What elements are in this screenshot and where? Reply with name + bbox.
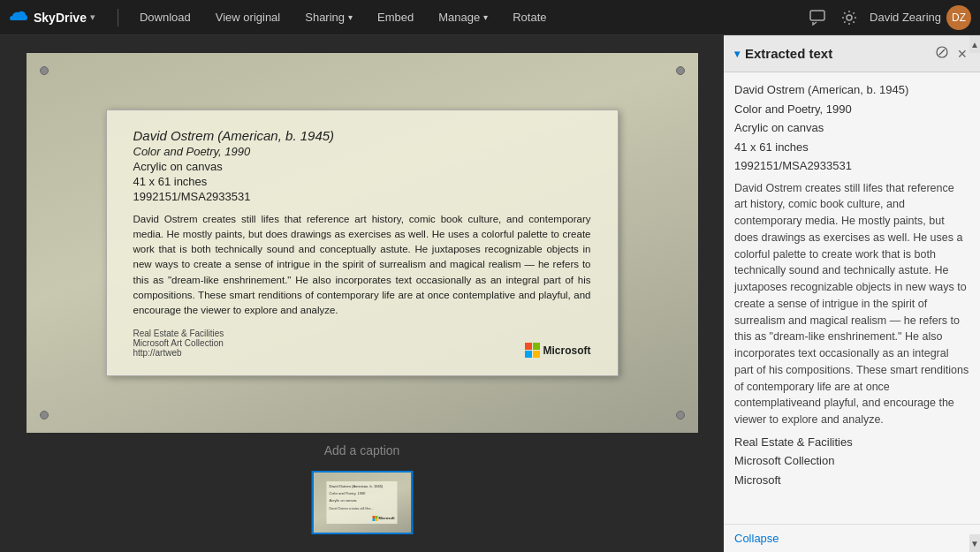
extracted-long-text: David Ostrem creates still lifes that re… bbox=[734, 180, 969, 428]
screw-tr bbox=[676, 66, 685, 75]
art-image-bg: David Ostrem (American, b. 1945) Color a… bbox=[27, 53, 698, 433]
svg-line-3 bbox=[939, 49, 945, 55]
extracted-footer-2: Microsoft Collection bbox=[734, 452, 969, 470]
sharing-caret-icon: ▾ bbox=[348, 12, 353, 22]
manage-caret-icon: ▾ bbox=[483, 12, 488, 22]
avatar: DZ bbox=[946, 5, 971, 30]
thumbnail-bg: David Ostrem (American, b. 1945) Color a… bbox=[313, 473, 411, 533]
extracted-line-1: David Ostrem (American, b. 1945) bbox=[734, 81, 969, 99]
extracted-footer-3: Microsoft bbox=[734, 472, 969, 489]
thumbnail-placard-mini: David Ostrem (American, b. 1945) Color a… bbox=[327, 481, 398, 524]
placard-footer-left: Real Estate & Facilities Microsoft Art C… bbox=[133, 329, 224, 358]
panel-header: ▾ Extracted text ✕ bbox=[724, 35, 980, 72]
extracted-line-3: Acrylic on canvas bbox=[734, 119, 969, 137]
nav-download[interactable]: Download bbox=[127, 0, 203, 35]
topbar: SkyDrive ▾ Download View original Sharin… bbox=[0, 0, 980, 35]
topbar-right: David Zearing DZ bbox=[806, 5, 971, 30]
screw-br bbox=[676, 411, 685, 420]
extracted-line-2: Color and Poetry, 1990 bbox=[734, 101, 969, 118]
placard-line3: Acrylic on canvas bbox=[133, 160, 591, 173]
caption-input[interactable]: Add a caption bbox=[324, 443, 400, 457]
placard-footer: Real Estate & Facilities Microsoft Art C… bbox=[133, 329, 591, 358]
ms-squares-icon bbox=[525, 343, 540, 358]
main-image[interactable]: David Ostrem (American, b. 1945) Color a… bbox=[27, 53, 698, 433]
nav-manage[interactable]: Manage ▾ bbox=[426, 0, 500, 35]
panel-title-caret-icon[interactable]: ▾ bbox=[734, 48, 740, 60]
nav-embed[interactable]: Embed bbox=[365, 0, 426, 35]
thumbnail-item[interactable]: David Ostrem (American, b. 1945) Color a… bbox=[311, 471, 413, 534]
extracted-line-4: 41 x 61 inches bbox=[734, 139, 969, 156]
nav-sharing[interactable]: Sharing ▾ bbox=[292, 0, 365, 35]
topbar-nav: Download View original Sharing ▾ Embed M… bbox=[127, 0, 559, 35]
placard-line2: Color and Poetry, 1990 bbox=[133, 145, 591, 158]
svg-point-1 bbox=[847, 15, 852, 20]
placard-body: David Ostrem creates still lifes that re… bbox=[133, 212, 591, 319]
panel-scroll-down[interactable]: ▼ bbox=[969, 534, 980, 552]
main-content: David Ostrem (American, b. 1945) Color a… bbox=[0, 35, 980, 552]
app-logo[interactable]: SkyDrive ▾ bbox=[9, 8, 95, 27]
panel-scroll-up[interactable]: ▲ bbox=[969, 35, 980, 53]
placard: David Ostrem (American, b. 1945) Color a… bbox=[106, 110, 619, 377]
placard-line1: David Ostrem (American, b. 1945) bbox=[133, 128, 591, 143]
topbar-divider bbox=[118, 9, 118, 26]
skydrive-icon bbox=[9, 8, 28, 27]
image-area: David Ostrem (American, b. 1945) Color a… bbox=[0, 35, 724, 552]
panel-close-icon[interactable]: ✕ bbox=[955, 45, 969, 63]
screw-bl bbox=[40, 411, 49, 420]
microsoft-logo: Microsoft bbox=[525, 343, 591, 358]
microsoft-text: Microsoft bbox=[543, 344, 591, 357]
panel-actions: ✕ bbox=[934, 44, 969, 63]
extracted-line-5: 1992151/MSA2933531 bbox=[734, 157, 969, 175]
placard-line4: 41 x 61 inches bbox=[133, 175, 591, 188]
placard-line5: 1992151/MSA2933531 bbox=[133, 190, 591, 203]
thumbnail-strip: David Ostrem (American, b. 1945) Color a… bbox=[311, 471, 413, 534]
panel-edit-icon[interactable] bbox=[934, 44, 950, 63]
svg-rect-0 bbox=[810, 11, 824, 20]
user-area[interactable]: David Zearing DZ bbox=[870, 5, 971, 30]
right-panel: ▲ ▾ Extracted text ✕ David Ostrem (Ameri… bbox=[724, 35, 980, 552]
user-name: David Zearing bbox=[870, 11, 941, 24]
nav-rotate[interactable]: Rotate bbox=[500, 0, 558, 35]
collapse-button[interactable]: Collapse bbox=[724, 524, 980, 552]
panel-title: ▾ Extracted text bbox=[734, 46, 832, 61]
extracted-content: David Ostrem (American, b. 1945) Color a… bbox=[724, 72, 980, 524]
app-name: SkyDrive bbox=[34, 11, 87, 25]
screw-tl bbox=[40, 66, 49, 75]
extracted-footer-1: Real Estate & Facilities bbox=[734, 434, 969, 451]
nav-view-original[interactable]: View original bbox=[203, 0, 292, 35]
chat-icon[interactable] bbox=[806, 6, 829, 29]
settings-icon[interactable] bbox=[838, 6, 861, 29]
logo-caret-icon[interactable]: ▾ bbox=[90, 11, 95, 23]
